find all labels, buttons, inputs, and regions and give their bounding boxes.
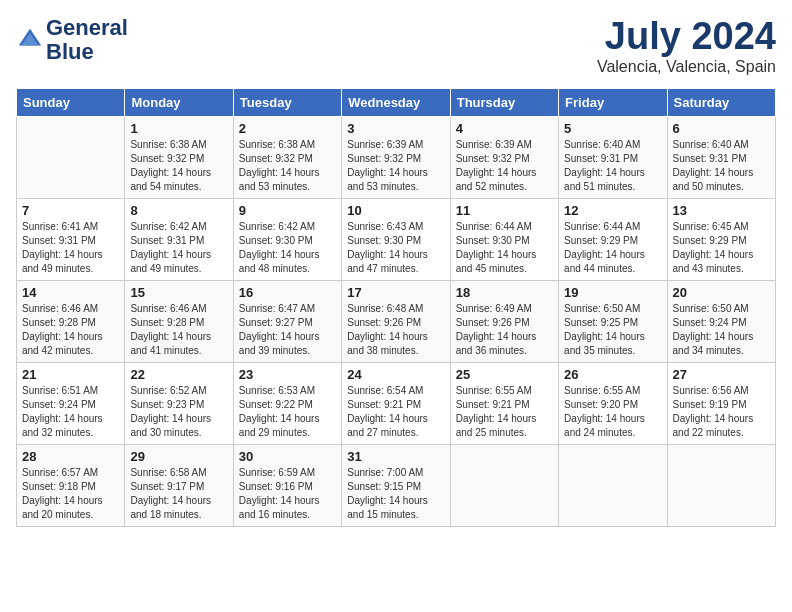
week-row-3: 14Sunrise: 6:46 AM Sunset: 9:28 PM Dayli… bbox=[17, 280, 776, 362]
day-info: Sunrise: 6:45 AM Sunset: 9:29 PM Dayligh… bbox=[673, 220, 770, 276]
calendar-cell: 3Sunrise: 6:39 AM Sunset: 9:32 PM Daylig… bbox=[342, 116, 450, 198]
calendar-table: SundayMondayTuesdayWednesdayThursdayFrid… bbox=[16, 88, 776, 527]
calendar-cell: 11Sunrise: 6:44 AM Sunset: 9:30 PM Dayli… bbox=[450, 198, 558, 280]
header-cell-monday: Monday bbox=[125, 88, 233, 116]
day-info: Sunrise: 6:46 AM Sunset: 9:28 PM Dayligh… bbox=[130, 302, 227, 358]
calendar-cell: 22Sunrise: 6:52 AM Sunset: 9:23 PM Dayli… bbox=[125, 362, 233, 444]
day-info: Sunrise: 6:48 AM Sunset: 9:26 PM Dayligh… bbox=[347, 302, 444, 358]
calendar-cell: 8Sunrise: 6:42 AM Sunset: 9:31 PM Daylig… bbox=[125, 198, 233, 280]
day-info: Sunrise: 6:40 AM Sunset: 9:31 PM Dayligh… bbox=[673, 138, 770, 194]
day-number: 7 bbox=[22, 203, 119, 218]
calendar-cell: 14Sunrise: 6:46 AM Sunset: 9:28 PM Dayli… bbox=[17, 280, 125, 362]
day-number: 24 bbox=[347, 367, 444, 382]
day-info: Sunrise: 6:39 AM Sunset: 9:32 PM Dayligh… bbox=[347, 138, 444, 194]
calendar-cell: 26Sunrise: 6:55 AM Sunset: 9:20 PM Dayli… bbox=[559, 362, 667, 444]
calendar-cell bbox=[450, 444, 558, 526]
day-info: Sunrise: 6:42 AM Sunset: 9:30 PM Dayligh… bbox=[239, 220, 336, 276]
day-number: 21 bbox=[22, 367, 119, 382]
calendar-cell: 30Sunrise: 6:59 AM Sunset: 9:16 PM Dayli… bbox=[233, 444, 341, 526]
logo-text: General Blue bbox=[46, 16, 128, 64]
calendar-cell bbox=[17, 116, 125, 198]
week-row-4: 21Sunrise: 6:51 AM Sunset: 9:24 PM Dayli… bbox=[17, 362, 776, 444]
day-info: Sunrise: 6:59 AM Sunset: 9:16 PM Dayligh… bbox=[239, 466, 336, 522]
month-year: July 2024 bbox=[597, 16, 776, 58]
day-number: 2 bbox=[239, 121, 336, 136]
day-number: 3 bbox=[347, 121, 444, 136]
header-cell-sunday: Sunday bbox=[17, 88, 125, 116]
day-number: 18 bbox=[456, 285, 553, 300]
day-info: Sunrise: 6:46 AM Sunset: 9:28 PM Dayligh… bbox=[22, 302, 119, 358]
day-number: 31 bbox=[347, 449, 444, 464]
day-info: Sunrise: 6:53 AM Sunset: 9:22 PM Dayligh… bbox=[239, 384, 336, 440]
header-cell-wednesday: Wednesday bbox=[342, 88, 450, 116]
calendar-cell: 19Sunrise: 6:50 AM Sunset: 9:25 PM Dayli… bbox=[559, 280, 667, 362]
logo-line2: Blue bbox=[46, 40, 128, 64]
calendar-cell: 25Sunrise: 6:55 AM Sunset: 9:21 PM Dayli… bbox=[450, 362, 558, 444]
day-number: 16 bbox=[239, 285, 336, 300]
week-row-5: 28Sunrise: 6:57 AM Sunset: 9:18 PM Dayli… bbox=[17, 444, 776, 526]
calendar-cell: 20Sunrise: 6:50 AM Sunset: 9:24 PM Dayli… bbox=[667, 280, 775, 362]
calendar-cell: 17Sunrise: 6:48 AM Sunset: 9:26 PM Dayli… bbox=[342, 280, 450, 362]
day-info: Sunrise: 6:50 AM Sunset: 9:25 PM Dayligh… bbox=[564, 302, 661, 358]
logo-line1: General bbox=[46, 16, 128, 40]
calendar-cell: 4Sunrise: 6:39 AM Sunset: 9:32 PM Daylig… bbox=[450, 116, 558, 198]
title-block: July 2024 Valencia, Valencia, Spain bbox=[597, 16, 776, 76]
day-number: 8 bbox=[130, 203, 227, 218]
calendar-cell: 31Sunrise: 7:00 AM Sunset: 9:15 PM Dayli… bbox=[342, 444, 450, 526]
day-number: 12 bbox=[564, 203, 661, 218]
calendar-cell: 10Sunrise: 6:43 AM Sunset: 9:30 PM Dayli… bbox=[342, 198, 450, 280]
calendar-cell: 12Sunrise: 6:44 AM Sunset: 9:29 PM Dayli… bbox=[559, 198, 667, 280]
day-info: Sunrise: 6:52 AM Sunset: 9:23 PM Dayligh… bbox=[130, 384, 227, 440]
day-info: Sunrise: 6:41 AM Sunset: 9:31 PM Dayligh… bbox=[22, 220, 119, 276]
calendar-cell: 15Sunrise: 6:46 AM Sunset: 9:28 PM Dayli… bbox=[125, 280, 233, 362]
day-number: 30 bbox=[239, 449, 336, 464]
day-info: Sunrise: 6:43 AM Sunset: 9:30 PM Dayligh… bbox=[347, 220, 444, 276]
day-number: 23 bbox=[239, 367, 336, 382]
week-row-1: 1Sunrise: 6:38 AM Sunset: 9:32 PM Daylig… bbox=[17, 116, 776, 198]
day-number: 26 bbox=[564, 367, 661, 382]
logo: General Blue bbox=[16, 16, 128, 64]
calendar-cell bbox=[559, 444, 667, 526]
calendar-cell: 23Sunrise: 6:53 AM Sunset: 9:22 PM Dayli… bbox=[233, 362, 341, 444]
day-info: Sunrise: 6:55 AM Sunset: 9:21 PM Dayligh… bbox=[456, 384, 553, 440]
day-number: 11 bbox=[456, 203, 553, 218]
calendar-cell: 7Sunrise: 6:41 AM Sunset: 9:31 PM Daylig… bbox=[17, 198, 125, 280]
calendar-cell: 2Sunrise: 6:38 AM Sunset: 9:32 PM Daylig… bbox=[233, 116, 341, 198]
day-info: Sunrise: 6:39 AM Sunset: 9:32 PM Dayligh… bbox=[456, 138, 553, 194]
logo-icon bbox=[16, 26, 44, 54]
day-number: 10 bbox=[347, 203, 444, 218]
calendar-cell: 28Sunrise: 6:57 AM Sunset: 9:18 PM Dayli… bbox=[17, 444, 125, 526]
header-cell-friday: Friday bbox=[559, 88, 667, 116]
day-number: 9 bbox=[239, 203, 336, 218]
day-number: 1 bbox=[130, 121, 227, 136]
day-info: Sunrise: 7:00 AM Sunset: 9:15 PM Dayligh… bbox=[347, 466, 444, 522]
calendar-cell: 13Sunrise: 6:45 AM Sunset: 9:29 PM Dayli… bbox=[667, 198, 775, 280]
day-info: Sunrise: 6:56 AM Sunset: 9:19 PM Dayligh… bbox=[673, 384, 770, 440]
day-info: Sunrise: 6:38 AM Sunset: 9:32 PM Dayligh… bbox=[130, 138, 227, 194]
day-info: Sunrise: 6:57 AM Sunset: 9:18 PM Dayligh… bbox=[22, 466, 119, 522]
calendar-cell: 29Sunrise: 6:58 AM Sunset: 9:17 PM Dayli… bbox=[125, 444, 233, 526]
day-number: 27 bbox=[673, 367, 770, 382]
day-number: 28 bbox=[22, 449, 119, 464]
day-info: Sunrise: 6:42 AM Sunset: 9:31 PM Dayligh… bbox=[130, 220, 227, 276]
day-number: 6 bbox=[673, 121, 770, 136]
day-info: Sunrise: 6:49 AM Sunset: 9:26 PM Dayligh… bbox=[456, 302, 553, 358]
page-header: General Blue July 2024 Valencia, Valenci… bbox=[16, 16, 776, 76]
day-info: Sunrise: 6:44 AM Sunset: 9:30 PM Dayligh… bbox=[456, 220, 553, 276]
day-info: Sunrise: 6:55 AM Sunset: 9:20 PM Dayligh… bbox=[564, 384, 661, 440]
calendar-cell: 6Sunrise: 6:40 AM Sunset: 9:31 PM Daylig… bbox=[667, 116, 775, 198]
header-cell-saturday: Saturday bbox=[667, 88, 775, 116]
calendar-cell: 18Sunrise: 6:49 AM Sunset: 9:26 PM Dayli… bbox=[450, 280, 558, 362]
day-info: Sunrise: 6:51 AM Sunset: 9:24 PM Dayligh… bbox=[22, 384, 119, 440]
calendar-cell: 21Sunrise: 6:51 AM Sunset: 9:24 PM Dayli… bbox=[17, 362, 125, 444]
header-row: SundayMondayTuesdayWednesdayThursdayFrid… bbox=[17, 88, 776, 116]
day-number: 25 bbox=[456, 367, 553, 382]
day-info: Sunrise: 6:40 AM Sunset: 9:31 PM Dayligh… bbox=[564, 138, 661, 194]
calendar-cell: 1Sunrise: 6:38 AM Sunset: 9:32 PM Daylig… bbox=[125, 116, 233, 198]
day-info: Sunrise: 6:58 AM Sunset: 9:17 PM Dayligh… bbox=[130, 466, 227, 522]
header-cell-tuesday: Tuesday bbox=[233, 88, 341, 116]
day-number: 5 bbox=[564, 121, 661, 136]
location: Valencia, Valencia, Spain bbox=[597, 58, 776, 76]
calendar-cell: 24Sunrise: 6:54 AM Sunset: 9:21 PM Dayli… bbox=[342, 362, 450, 444]
day-info: Sunrise: 6:50 AM Sunset: 9:24 PM Dayligh… bbox=[673, 302, 770, 358]
